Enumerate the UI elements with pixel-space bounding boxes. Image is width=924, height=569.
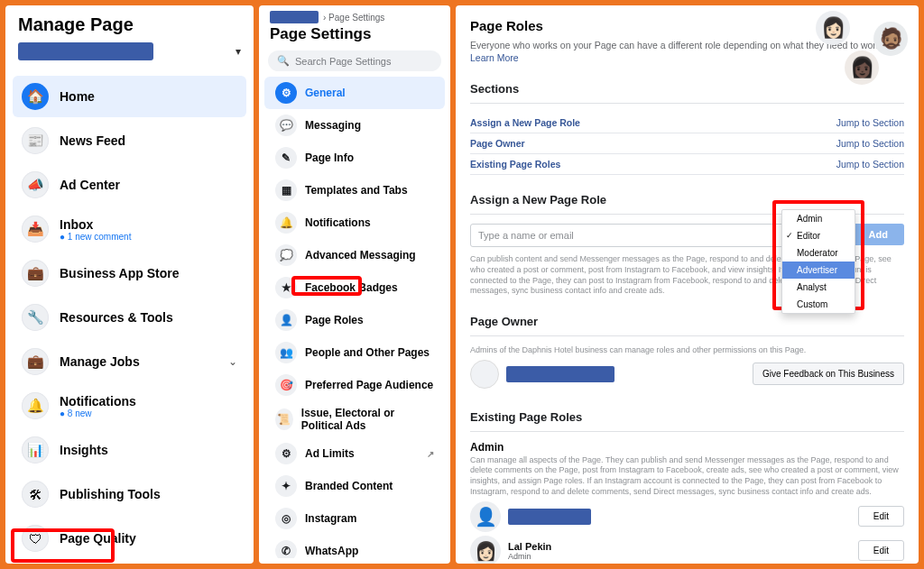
role-option-analyst[interactable]: Analyst: [782, 279, 855, 296]
sidebar-item-inbox[interactable]: 📥 Inbox● 1 new comment: [13, 208, 246, 250]
chevron-down-icon: ⌄: [228, 355, 237, 368]
sidebar-item-home[interactable]: 🏠 Home: [13, 76, 246, 117]
avatar-icon: 👤: [470, 501, 501, 532]
edit-button[interactable]: Edit: [858, 540, 904, 561]
role-option-moderator[interactable]: Moderator: [782, 244, 855, 262]
sidebar-item-publishing-tools[interactable]: 🛠 Publishing Tools: [13, 473, 246, 515]
sidebar-item-label: Inbox: [60, 217, 93, 232]
sidebar-item-edit-page-info[interactable]: ✏️ Edit Page Info: [13, 562, 246, 564]
settings-item-facebook-badges[interactable]: ★ Facebook Badges: [264, 271, 445, 304]
section-link[interactable]: Existing Page Roles: [470, 159, 560, 170]
settings-item-label: Advanced Messaging: [305, 249, 416, 262]
settings-icon: 📜: [275, 408, 293, 430]
sidebar-item-label: Manage Jobs: [60, 354, 140, 369]
settings-item-general[interactable]: ⚙ General: [264, 77, 445, 109]
role-option-advertiser[interactable]: Advertiser: [782, 262, 855, 279]
settings-item-label: Facebook Badges: [305, 281, 398, 294]
sidebar-item-label: Notifications: [60, 394, 136, 408]
settings-item-label: People and Other Pages: [305, 346, 430, 359]
admin-role-desc: Can manage all aspects of the Page. They…: [470, 455, 904, 498]
nav-icon: 💼: [22, 348, 49, 375]
page-settings-title: Page Settings: [259, 23, 450, 50]
sidebar-item-news-feed[interactable]: 📰 News Feed: [13, 120, 246, 161]
settings-icon: 💭: [275, 244, 297, 266]
section-link[interactable]: Page Owner: [470, 138, 525, 149]
sidebar-item-page-quality[interactable]: 🛡 Page Quality: [13, 518, 246, 559]
settings-item-label: Templates and Tabs: [305, 184, 408, 197]
section-link-row: Page Owner Jump to Section: [470, 133, 904, 154]
sidebar-item-notifications[interactable]: 🔔 Notifications● 8 new: [13, 385, 246, 427]
add-button[interactable]: Add: [853, 224, 904, 245]
section-link-row: Existing Page Roles Jump to Section: [470, 154, 904, 175]
settings-item-label: WhatsApp: [305, 545, 358, 557]
settings-item-label: Issue, Electoral or Political Ads: [301, 407, 434, 432]
settings-item-label: Page Roles: [305, 314, 364, 326]
settings-item-preferred-page-audience[interactable]: 🎯 Preferred Page Audience: [264, 369, 445, 401]
nav-icon: 🏠: [22, 83, 49, 110]
divider: [470, 431, 904, 432]
settings-item-ad-limits[interactable]: ⚙ Ad Limits ↗: [264, 437, 445, 470]
settings-item-page-info[interactable]: ✎ Page Info: [264, 142, 445, 174]
role-option-custom[interactable]: Custom: [782, 296, 855, 313]
settings-item-advanced-messaging[interactable]: 💭 Advanced Messaging: [264, 239, 445, 271]
settings-item-templates-and-tabs[interactable]: ▦ Templates and Tabs: [264, 174, 445, 206]
learn-more-link[interactable]: Learn More: [470, 52, 519, 63]
settings-item-instagram[interactable]: ◎ Instagram: [264, 502, 445, 535]
role-option-admin[interactable]: Admin: [782, 210, 855, 227]
nav-icon: 📊: [22, 436, 49, 463]
settings-icon: 👥: [275, 342, 297, 363]
nav-icon: 🔧: [22, 304, 49, 331]
settings-item-messaging[interactable]: 💬 Messaging: [264, 109, 445, 142]
avatar-cluster: 👩🏻 🧔🏽 👩🏿: [808, 11, 908, 85]
person-name: Lal Pekin: [508, 541, 551, 552]
avatar-icon: 🧔🏽: [873, 22, 908, 56]
sidebar-item-label: Business App Store: [60, 266, 180, 280]
settings-item-notifications[interactable]: 🔔 Notifications: [264, 206, 445, 239]
settings-icon: ✎: [275, 147, 297, 169]
sidebar-item-manage-jobs[interactable]: 💼 Manage Jobs ⌄: [13, 341, 246, 382]
owner-desc: Admins of the Daphnis Hotel business can…: [470, 345, 904, 356]
settings-item-whatsapp[interactable]: ✆ WhatsApp: [264, 535, 445, 558]
sidebar-item-label: Publishing Tools: [60, 487, 161, 501]
crumb-text: › Page Settings: [323, 13, 384, 23]
person-role-sub: Admin: [508, 552, 551, 561]
caret-down-icon: ▾: [236, 45, 241, 58]
search-input[interactable]: 🔍 Search Page Settings: [268, 50, 441, 71]
sidebar-item-ad-center[interactable]: 📣 Ad Center: [13, 164, 246, 206]
page-picker[interactable]: ▾: [5, 42, 254, 73]
sidebar-item-insights[interactable]: 📊 Insights: [13, 429, 246, 471]
sidebar-item-business-app-store[interactable]: 💼 Business App Store: [13, 252, 246, 294]
page-name-chip: [18, 42, 153, 60]
settings-item-label: Branded Content: [305, 480, 393, 492]
settings-item-issue-electoral-or-political-ads[interactable]: 📜 Issue, Electoral or Political Ads: [264, 401, 445, 437]
sidebar-nav: 🏠 Home 📰 News Feed 📣 Ad Center 📥 Inbox● …: [5, 73, 254, 564]
role-option-editor[interactable]: Editor: [782, 227, 855, 244]
role-select-dropdown[interactable]: AdminEditorModeratorAdvertiserAnalystCus…: [781, 209, 855, 314]
jump-to-section-link[interactable]: Jump to Section: [836, 117, 904, 128]
nav-icon: 🔔: [22, 392, 49, 419]
settings-icon: ✆: [275, 540, 297, 558]
crumb-page-chip[interactable]: [270, 11, 319, 23]
nav-icon: 📥: [22, 216, 49, 243]
jump-to-section-link[interactable]: Jump to Section: [836, 138, 904, 149]
settings-item-label: Messaging: [305, 119, 361, 132]
settings-item-page-roles[interactable]: 👤 Page Roles: [264, 304, 445, 336]
owner-row: Give Feedback on This Business: [470, 356, 904, 392]
assign-row: Type a name or email Add AdminEditorMode…: [470, 224, 904, 247]
settings-icon: 🎯: [275, 374, 297, 396]
settings-item-people-and-other-pages[interactable]: 👥 People and Other Pages: [264, 336, 445, 369]
settings-icon: 👤: [275, 309, 297, 331]
settings-item-branded-content[interactable]: ✦ Branded Content: [264, 470, 445, 502]
give-feedback-button[interactable]: Give Feedback on This Business: [753, 363, 904, 385]
sidebar-item-label: Home: [60, 89, 95, 104]
avatar-icon: 👩🏻: [816, 11, 850, 45]
settings-icon: ⚙: [275, 82, 297, 104]
sidebar-item-resources-tools[interactable]: 🔧 Resources & Tools: [13, 297, 246, 338]
sections-list: Assign a New Page Role Jump to SectionPa…: [470, 113, 904, 175]
section-link[interactable]: Assign a New Page Role: [470, 117, 580, 128]
avatar-icon: 👩🏻: [470, 536, 501, 564]
edit-button[interactable]: Edit: [858, 506, 904, 527]
jump-to-section-link[interactable]: Jump to Section: [836, 159, 904, 170]
settings-icon: ◎: [275, 508, 297, 529]
settings-item-label: Notifications: [305, 216, 371, 229]
